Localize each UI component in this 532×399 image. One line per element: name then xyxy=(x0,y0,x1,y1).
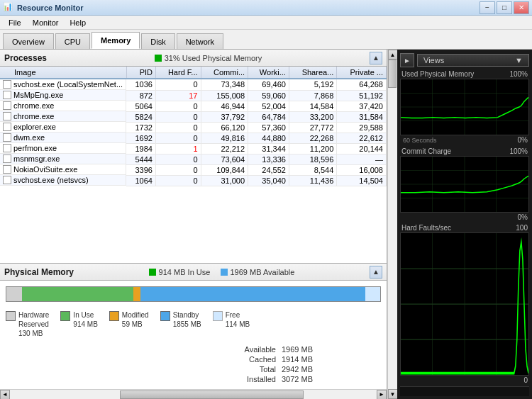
left-panel: Processes 31% Used Physical Memory ▲ Ima… xyxy=(0,50,387,399)
memory-inuse-dot xyxy=(149,269,156,276)
row-checkbox-8[interactable] xyxy=(3,165,11,174)
col-image[interactable]: Image xyxy=(0,67,126,79)
process-hardf-1: 17 xyxy=(155,90,201,101)
col-working[interactable]: Worki... xyxy=(248,67,289,79)
memory-stats-table: Available 1969 MB Cached 1914 MB Total 2… xyxy=(226,345,338,383)
bottom-scrollbar[interactable]: ◄ ► xyxy=(0,389,387,399)
minimize-button[interactable]: − xyxy=(480,1,495,14)
menu-monitor[interactable]: Monitor xyxy=(27,17,65,28)
commit-zero-row: 0% xyxy=(400,213,529,222)
process-hardf-5: 0 xyxy=(155,133,201,143)
scroll-right-btn[interactable]: ► xyxy=(377,390,387,400)
process-pid-4: 1732 xyxy=(126,122,155,133)
mem-hardware-segment xyxy=(6,287,22,301)
process-private-8: 16,008 xyxy=(337,164,387,175)
process-private-5: 22,612 xyxy=(337,133,387,143)
scroll-down-btn[interactable]: ▼ xyxy=(388,389,398,399)
table-row[interactable]: svchost.exe (netsvcs) 1064 0 31,000 35,0… xyxy=(0,175,387,186)
processes-table-container[interactable]: Image PID Hard F... Commi... Worki... Sh… xyxy=(0,67,387,191)
table-row[interactable]: svchost.exe (LocalSystemNet... 1036 0 73… xyxy=(0,79,387,90)
menu-help[interactable]: Help xyxy=(64,17,92,28)
chart-time-label-row: 60 Seconds 0% xyxy=(400,135,529,145)
col-pid[interactable]: PID xyxy=(126,67,155,79)
legend-inuse-box xyxy=(60,311,70,321)
title-bar: 📊 Resource Monitor − □ ✕ xyxy=(0,0,532,16)
memory-collapse-btn[interactable]: ▲ xyxy=(370,266,382,279)
row-checkbox-2[interactable] xyxy=(3,101,11,110)
processes-section: Processes 31% Used Physical Memory ▲ Ima… xyxy=(0,50,387,263)
maximize-button[interactable]: □ xyxy=(497,1,512,14)
scroll-up-btn[interactable]: ▲ xyxy=(388,50,398,60)
legend-modified-box xyxy=(109,311,119,321)
process-hardf-9: 0 xyxy=(155,175,201,186)
right-panel-scrollbar[interactable] xyxy=(400,386,529,396)
row-checkbox-7[interactable] xyxy=(3,154,11,163)
row-checkbox-0[interactable] xyxy=(3,80,11,89)
scroll-left-btn[interactable]: ◄ xyxy=(0,390,10,400)
process-private-2: 37,420 xyxy=(337,101,387,111)
process-pid-5: 1692 xyxy=(126,133,155,143)
process-working-6: 31,344 xyxy=(248,143,289,154)
processes-collapse-btn[interactable]: ▲ xyxy=(370,52,382,64)
row-checkbox-1[interactable] xyxy=(3,91,11,99)
tab-disk[interactable]: Disk xyxy=(141,33,174,49)
vertical-scrollbar[interactable]: ▲ ▼ xyxy=(387,50,397,399)
table-row[interactable]: dwm.exe 1692 0 49,816 44,880 22,268 22,6… xyxy=(0,133,387,143)
col-commit[interactable]: Commi... xyxy=(201,67,248,79)
close-button[interactable]: ✕ xyxy=(514,1,529,14)
tabs-bar: Overview CPU Memory Disk Network xyxy=(0,30,532,50)
process-shared-0: 5,192 xyxy=(289,79,336,90)
chart-label-row-2: Commit Charge 100% xyxy=(400,147,529,156)
process-working-0: 69,460 xyxy=(248,79,289,90)
row-checkbox-3[interactable] xyxy=(3,112,11,120)
tab-memory[interactable]: Memory xyxy=(92,32,140,49)
process-commit-7: 73,604 xyxy=(201,154,248,164)
process-hardf-8: 0 xyxy=(155,164,201,175)
process-pid-2: 5064 xyxy=(126,101,155,111)
table-row[interactable]: chrome.exe 5824 0 37,792 64,784 33,200 3… xyxy=(0,111,387,122)
table-row[interactable]: chrome.exe 5064 0 46,944 52,004 14,584 3… xyxy=(0,101,387,111)
process-working-8: 24,552 xyxy=(248,164,289,175)
process-pid-7: 5444 xyxy=(126,154,155,164)
menu-file[interactable]: File xyxy=(3,17,27,28)
tab-cpu[interactable]: CPU xyxy=(55,33,90,49)
hard-faults-zero-row: 0 xyxy=(400,376,529,385)
process-name-5: dwm.exe xyxy=(13,133,45,142)
col-private[interactable]: Private ... xyxy=(337,67,387,79)
process-hardf-3: 0 xyxy=(155,111,201,122)
process-hardf-2: 0 xyxy=(155,101,201,111)
views-button[interactable]: Views ▼ xyxy=(417,54,529,67)
tab-overview[interactable]: Overview xyxy=(3,33,54,49)
legend-free-box xyxy=(213,311,223,321)
legend-free-text: Free114 MB xyxy=(226,310,250,329)
row-checkbox-9[interactable] xyxy=(3,176,11,184)
table-row[interactable]: msnmsgr.exe 5444 0 73,604 13,336 18,596 … xyxy=(0,154,387,164)
table-row[interactable]: MsMpEng.exe 872 17 155,008 59,060 7,868 … xyxy=(0,90,387,101)
legend-standby: Standby1855 MB xyxy=(160,310,201,338)
process-shared-5: 22,268 xyxy=(289,133,336,143)
process-name-2: chrome.exe xyxy=(13,101,54,110)
row-checkbox-6[interactable] xyxy=(3,144,11,152)
table-row[interactable]: perfmon.exe 1984 1 22,212 31,344 11,200 … xyxy=(0,143,387,154)
scroll-thumb-v[interactable] xyxy=(388,60,397,88)
table-row[interactable]: explorer.exe 1732 0 66,120 57,360 27,772… xyxy=(0,122,387,133)
stat-available-value: 1969 MB xyxy=(282,345,338,354)
process-shared-9: 11,436 xyxy=(289,175,336,186)
col-shared[interactable]: Sharea... xyxy=(289,67,336,79)
app-icon: 📊 xyxy=(3,2,14,13)
hard-faults-zero: 0 xyxy=(523,376,528,384)
table-row[interactable]: NokiaOviSuite.exe 3396 0 109,844 24,552 … xyxy=(0,164,387,175)
row-checkbox-5[interactable] xyxy=(3,133,11,142)
chart-label-row-3: Hard Faults/sec 100 xyxy=(400,223,529,232)
hard-faults-label: Hard Faults/sec xyxy=(401,224,451,232)
scroll-thumb[interactable] xyxy=(120,390,304,399)
processes-title: Processes xyxy=(4,53,47,63)
col-hardf[interactable]: Hard F... xyxy=(155,67,201,79)
process-name-0: svchost.exe (LocalSystemNet... xyxy=(13,80,123,89)
legend-modified: Modified59 MB xyxy=(109,310,149,338)
legend-inuse-text: In Use914 MB xyxy=(73,310,97,329)
expand-button[interactable]: ► xyxy=(400,53,414,67)
row-checkbox-4[interactable] xyxy=(3,123,11,131)
legend-hardware-box xyxy=(6,311,16,321)
tab-network[interactable]: Network xyxy=(177,33,223,49)
